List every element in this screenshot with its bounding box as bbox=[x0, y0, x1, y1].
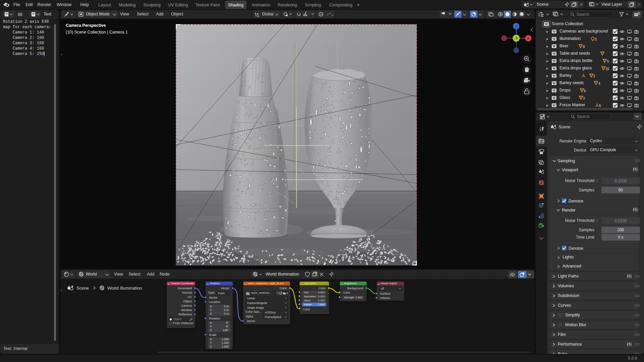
svg-text:Z: Z bbox=[515, 24, 517, 28]
svg-text:-Y: -Y bbox=[515, 37, 518, 40]
svg-text:X: X bbox=[527, 37, 530, 40]
